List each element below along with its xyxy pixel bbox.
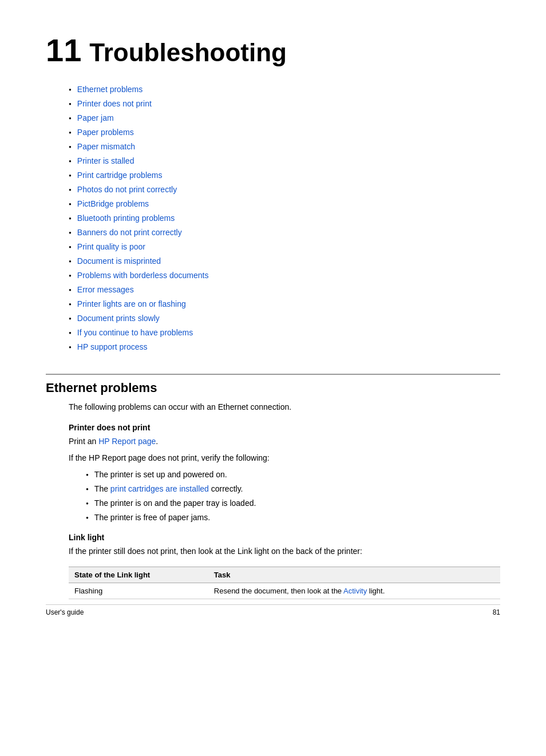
toc-link-ethernet[interactable]: Ethernet problems xyxy=(77,84,143,96)
toc-link-quality[interactable]: Print quality is poor xyxy=(77,241,145,253)
subsection-link-light: Link light If the printer still does not… xyxy=(46,533,500,599)
toc-item-misprinted: Document is misprinted xyxy=(69,255,500,267)
toc-item-photos: Photos do not print correctly xyxy=(69,184,500,196)
toc-link-bluetooth[interactable]: Bluetooth printing problems xyxy=(77,212,175,224)
toc-item-paper-jam: Paper jam xyxy=(69,112,500,124)
subsection1-title: Printer does not print xyxy=(46,423,500,432)
footer-right: 81 xyxy=(493,608,500,616)
toc-item-cartridge: Print cartridge problems xyxy=(69,169,500,181)
toc-item-support: HP support process xyxy=(69,341,500,353)
toc-item-paper-problems: Paper problems xyxy=(69,126,500,138)
bullet-paper-jam: The printer is free of paper jams. xyxy=(86,512,500,524)
toc-link-lights[interactable]: Printer lights are on or flashing xyxy=(77,298,186,310)
toc-item-paper-mismatch: Paper mismatch xyxy=(69,141,500,153)
ethernet-section-title: Ethernet problems xyxy=(46,374,500,395)
para1-suffix: . xyxy=(156,437,158,446)
toc-link-errors[interactable]: Error messages xyxy=(77,284,134,296)
toc-link-paper-problems[interactable]: Paper problems xyxy=(77,126,134,138)
activity-link[interactable]: Activity xyxy=(343,587,367,595)
toc-item-stalled: Printer is stalled xyxy=(69,155,500,167)
cartridges-link[interactable]: print cartridges are installed xyxy=(110,484,209,493)
toc-item-pictbridge: PictBridge problems xyxy=(69,198,500,210)
toc-item-no-print: Printer does not print xyxy=(69,98,500,110)
toc-link-continue[interactable]: If you continue to have problems xyxy=(77,327,193,339)
table-header-task: Task xyxy=(208,567,500,583)
toc-link-banners[interactable]: Banners do not print correctly xyxy=(77,227,182,239)
toc-link-slowly[interactable]: Document prints slowly xyxy=(77,312,160,324)
toc-item-borderless: Problems with borderless documents xyxy=(69,270,500,282)
footer-left: User's guide xyxy=(46,608,84,616)
table-row: Flashing Resend the document, then look … xyxy=(69,583,500,599)
toc-item-continue: If you continue to have problems xyxy=(69,327,500,339)
para1-prefix: Print an xyxy=(69,437,98,446)
subsection-printer-no-print: Printer does not print Print an HP Repor… xyxy=(46,423,500,524)
chapter-number: 11 xyxy=(46,34,81,66)
toc-link-borderless[interactable]: Problems with borderless documents xyxy=(77,270,209,282)
para-link-light: If the printer still does not print, the… xyxy=(46,545,500,557)
hp-report-link[interactable]: HP Report page xyxy=(98,437,156,446)
chapter-title: Troubleshooting xyxy=(89,39,287,66)
para1-print-report: Print an HP Report page. xyxy=(46,436,500,448)
ethernet-section: Ethernet problems The following problems… xyxy=(46,374,500,599)
bullet-paper-tray: The printer is on and the paper tray is … xyxy=(86,497,500,509)
toc-link-support[interactable]: HP support process xyxy=(77,341,148,353)
bullet-setup: The printer is set up and powered on. xyxy=(86,469,500,481)
toc-link-pictbridge[interactable]: PictBridge problems xyxy=(77,198,149,210)
toc-link-photos[interactable]: Photos do not print correctly xyxy=(77,184,177,196)
toc-item-ethernet: Ethernet problems xyxy=(69,84,500,96)
toc-item-quality: Print quality is poor xyxy=(69,241,500,253)
table-header-state: State of the Link light xyxy=(69,567,208,583)
task-prefix: Resend the document, then look at the xyxy=(214,587,343,595)
cartridge-prefix: The xyxy=(94,484,110,493)
table-cell-state: Flashing xyxy=(69,583,208,599)
task-suffix: light. xyxy=(367,587,385,595)
bullet-cartridges: The print cartridges are installed corre… xyxy=(86,483,500,495)
toc-item-banners: Banners do not print correctly xyxy=(69,227,500,239)
verify-bullets: The printer is set up and powered on. Th… xyxy=(46,469,500,524)
page-footer: User's guide 81 xyxy=(46,604,500,616)
chapter-header: 11 Troubleshooting xyxy=(46,34,500,66)
toc-item-errors: Error messages xyxy=(69,284,500,296)
toc-link-no-print[interactable]: Printer does not print xyxy=(77,98,152,110)
page: 11 Troubleshooting Ethernet problems Pri… xyxy=(0,0,546,634)
toc-item-slowly: Document prints slowly xyxy=(69,312,500,324)
link-light-table-container: State of the Link light Task Flashing Re… xyxy=(69,567,500,599)
toc-link-paper-jam[interactable]: Paper jam xyxy=(77,112,114,124)
toc-link-stalled[interactable]: Printer is stalled xyxy=(77,155,134,167)
toc-link-cartridge[interactable]: Print cartridge problems xyxy=(77,169,163,181)
toc-item-bluetooth: Bluetooth printing problems xyxy=(69,212,500,224)
link-light-table: State of the Link light Task Flashing Re… xyxy=(69,567,500,599)
subsection2-title: Link light xyxy=(46,533,500,542)
toc-link-misprinted[interactable]: Document is misprinted xyxy=(77,255,161,267)
cartridge-suffix: correctly. xyxy=(209,484,243,493)
toc-list: Ethernet problems Printer does not print… xyxy=(46,84,500,353)
table-cell-task: Resend the document, then look at the Ac… xyxy=(208,583,500,599)
ethernet-intro: The following problems can occur with an… xyxy=(46,402,500,411)
toc-link-paper-mismatch[interactable]: Paper mismatch xyxy=(77,141,135,153)
toc-item-lights: Printer lights are on or flashing xyxy=(69,298,500,310)
para2-verify: If the HP Report page does not print, ve… xyxy=(46,452,500,464)
